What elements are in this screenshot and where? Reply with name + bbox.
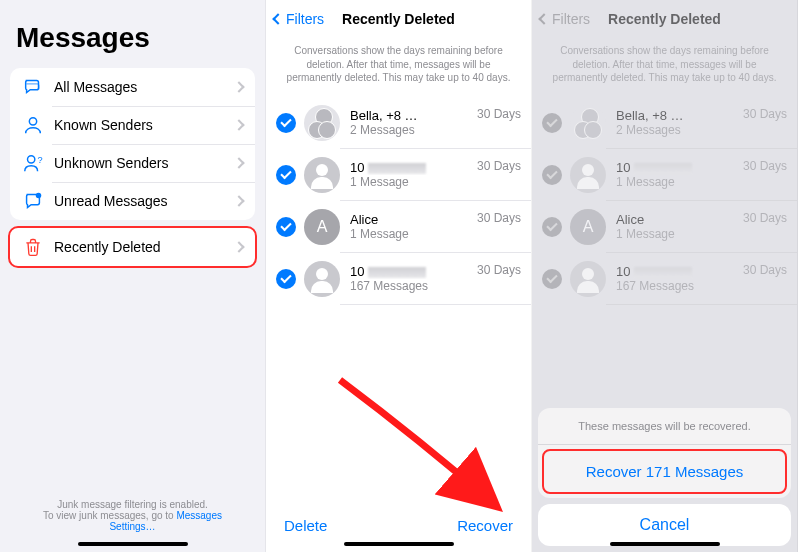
nav-bar: Filters Recently Deleted bbox=[266, 0, 531, 38]
filter-recently-deleted[interactable]: Recently Deleted bbox=[10, 228, 255, 266]
person-question-icon: ? bbox=[22, 152, 44, 174]
trash-icon bbox=[22, 236, 44, 258]
letter-avatar-icon: A bbox=[304, 209, 340, 245]
conversation-name: Bella, +8 … bbox=[616, 108, 737, 123]
deletion-explainer: Conversations show the days remaining be… bbox=[266, 38, 531, 97]
filter-label: Unknown Senders bbox=[54, 155, 235, 171]
days-remaining: 30 Days bbox=[471, 263, 521, 277]
person-avatar-icon bbox=[304, 261, 340, 297]
select-checkmark-icon[interactable] bbox=[276, 165, 296, 185]
chevron-left-icon bbox=[272, 13, 283, 24]
conversation-name: 10 bbox=[616, 160, 737, 175]
action-sheet: These messages will be recovered. Recove… bbox=[532, 402, 797, 552]
filter-unknown-senders[interactable]: ? Unknown Senders bbox=[10, 144, 255, 182]
letter-avatar-icon: A bbox=[570, 209, 606, 245]
filter-known-senders[interactable]: Known Senders bbox=[10, 106, 255, 144]
conversation-row: Bella, +8 … 2 Messages 30 Days bbox=[532, 97, 797, 149]
unread-bubble-icon bbox=[22, 190, 44, 212]
conversation-row: 10 1 Message 30 Days bbox=[532, 149, 797, 201]
filter-unread-messages[interactable]: Unread Messages bbox=[10, 182, 255, 220]
home-indicator[interactable] bbox=[610, 542, 720, 546]
messages-filters-panel: Messages All Messages Known Senders ? bbox=[0, 0, 266, 552]
conversation-name: Alice bbox=[616, 212, 737, 227]
person-avatar-icon bbox=[570, 261, 606, 297]
chevron-right-icon bbox=[233, 241, 244, 252]
conversation-name: 10 bbox=[616, 264, 737, 279]
days-remaining: 30 Days bbox=[471, 159, 521, 173]
conversation-row[interactable]: 10 167 Messages 30 Days bbox=[266, 253, 531, 305]
svg-text:?: ? bbox=[38, 155, 43, 165]
message-count: 167 Messages bbox=[350, 279, 471, 293]
back-filters-button: Filters bbox=[540, 11, 590, 27]
chat-bubbles-icon bbox=[22, 76, 44, 98]
message-count: 167 Messages bbox=[616, 279, 737, 293]
confirm-recover-panel: Filters Recently Deleted Conversations s… bbox=[532, 0, 798, 552]
recover-highlight: Recover 171 Messages bbox=[542, 449, 787, 494]
svg-point-0 bbox=[29, 118, 36, 125]
select-checkmark-icon bbox=[542, 217, 562, 237]
person-avatar-icon bbox=[304, 157, 340, 193]
conversation-row: 10 167 Messages 30 Days bbox=[532, 253, 797, 305]
days-remaining: 30 Days bbox=[737, 107, 787, 121]
svg-point-3 bbox=[36, 193, 42, 199]
select-checkmark-icon bbox=[542, 269, 562, 289]
message-count: 1 Message bbox=[616, 227, 737, 241]
home-indicator[interactable] bbox=[344, 542, 454, 546]
chevron-right-icon bbox=[233, 195, 244, 206]
chevron-right-icon bbox=[233, 81, 244, 92]
select-checkmark-icon[interactable] bbox=[276, 113, 296, 133]
days-remaining: 30 Days bbox=[737, 211, 787, 225]
conversation-row: A Alice 1 Message 30 Days bbox=[532, 201, 797, 253]
days-remaining: 30 Days bbox=[737, 263, 787, 277]
conversation-name: Bella, +8 … bbox=[350, 108, 471, 123]
home-indicator[interactable] bbox=[78, 542, 188, 546]
filter-all-messages[interactable]: All Messages bbox=[10, 68, 255, 106]
conversation-row[interactable]: Bella, +8 … 2 Messages 30 Days bbox=[266, 97, 531, 149]
group-avatar-icon bbox=[570, 105, 606, 141]
select-checkmark-icon[interactable] bbox=[276, 269, 296, 289]
nav-bar: Filters Recently Deleted bbox=[532, 0, 797, 38]
person-avatar-icon bbox=[570, 157, 606, 193]
cancel-button[interactable]: Cancel bbox=[538, 504, 791, 546]
filter-label: Unread Messages bbox=[54, 193, 235, 209]
filter-label: Known Senders bbox=[54, 117, 235, 133]
filter-label: All Messages bbox=[54, 79, 235, 95]
message-count: 1 Message bbox=[350, 227, 471, 241]
nav-title: Recently Deleted bbox=[608, 11, 721, 27]
group-avatar-icon bbox=[304, 105, 340, 141]
recently-deleted-highlight: Recently Deleted bbox=[8, 226, 257, 268]
select-checkmark-icon bbox=[542, 113, 562, 133]
page-title: Messages bbox=[0, 0, 265, 68]
back-filters-button[interactable]: Filters bbox=[274, 11, 324, 27]
conversation-name: 10 bbox=[350, 160, 471, 175]
sheet-message: These messages will be recovered. bbox=[538, 408, 791, 445]
chevron-right-icon bbox=[233, 157, 244, 168]
conversation-row[interactable]: A Alice 1 Message 30 Days bbox=[266, 201, 531, 253]
svg-point-1 bbox=[28, 156, 35, 163]
recover-messages-button[interactable]: Recover 171 Messages bbox=[544, 451, 785, 492]
filters-list: All Messages Known Senders ? Unknown Sen… bbox=[10, 68, 255, 220]
select-checkmark-icon[interactable] bbox=[276, 217, 296, 237]
message-count: 1 Message bbox=[350, 175, 471, 189]
recover-button[interactable]: Recover bbox=[457, 517, 513, 534]
chevron-left-icon bbox=[538, 13, 549, 24]
person-icon bbox=[22, 114, 44, 136]
days-remaining: 30 Days bbox=[471, 107, 521, 121]
select-checkmark-icon bbox=[542, 165, 562, 185]
deletion-explainer: Conversations show the days remaining be… bbox=[532, 38, 797, 97]
recently-deleted-panel: Filters Recently Deleted Conversations s… bbox=[266, 0, 532, 552]
delete-button[interactable]: Delete bbox=[284, 517, 327, 534]
message-count: 2 Messages bbox=[350, 123, 471, 137]
nav-title: Recently Deleted bbox=[342, 11, 455, 27]
filter-label: Recently Deleted bbox=[54, 239, 235, 255]
days-remaining: 30 Days bbox=[471, 211, 521, 225]
chevron-right-icon bbox=[233, 119, 244, 130]
message-count: 2 Messages bbox=[616, 123, 737, 137]
conversation-name: 10 bbox=[350, 264, 471, 279]
conversation-row[interactable]: 10 1 Message 30 Days bbox=[266, 149, 531, 201]
days-remaining: 30 Days bbox=[737, 159, 787, 173]
message-count: 1 Message bbox=[616, 175, 737, 189]
conversation-name: Alice bbox=[350, 212, 471, 227]
